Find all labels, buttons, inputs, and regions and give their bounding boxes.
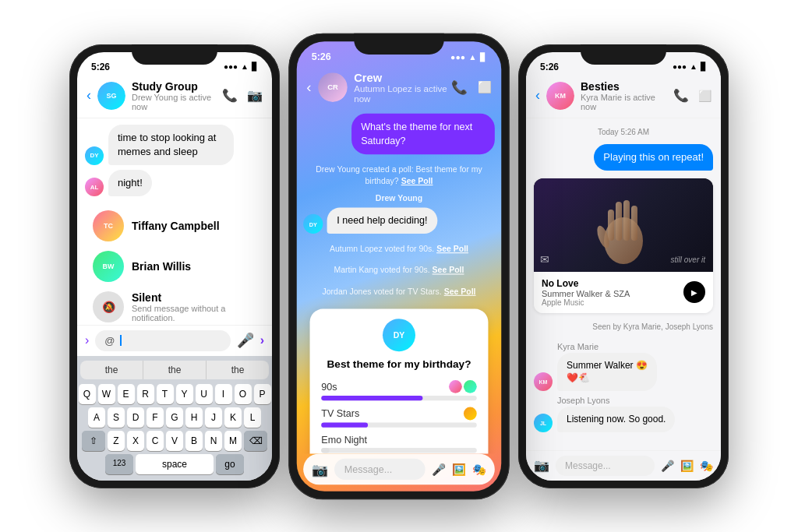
chat-content-2: What's the theme for next Saturday? Drew… xyxy=(297,110,502,453)
key-g[interactable]: G xyxy=(166,407,183,428)
drew-avatar: DY xyxy=(303,214,323,234)
option-text-tvstars: TV Stars xyxy=(321,407,359,419)
chat-sub-3: Kyra Marie is active now xyxy=(581,93,673,111)
input-field-3[interactable]: Message... xyxy=(556,456,655,476)
contact-name-tiffany: Tiffany Campbell xyxy=(132,220,220,232)
key-x[interactable]: X xyxy=(127,431,144,451)
poll-bar-fill-90s xyxy=(321,396,422,400)
voter-avatar-2 xyxy=(464,380,477,393)
header-actions-1: 📞 📷 xyxy=(222,88,263,103)
key-e[interactable]: E xyxy=(118,384,135,404)
suggest-2[interactable]: the xyxy=(143,361,207,379)
contact-brian[interactable]: BW Brian Willis xyxy=(85,246,264,287)
vote-msg-1: Autumn Lopez voted for 90s. See Poll xyxy=(303,244,495,255)
gif-icon-2[interactable]: 🖼️ xyxy=(452,463,466,476)
msg-row-2: AL night! xyxy=(85,170,264,196)
video-icon-3[interactable]: ⬜ xyxy=(698,90,711,102)
key-i[interactable]: I xyxy=(215,384,232,404)
key-b[interactable]: B xyxy=(185,431,203,451)
key-n[interactable]: N xyxy=(205,431,222,451)
key-s[interactable]: S xyxy=(108,407,125,428)
key-t[interactable]: T xyxy=(157,384,174,404)
send-icon-1[interactable]: › xyxy=(260,333,264,347)
input-field-1[interactable]: @ xyxy=(95,330,230,351)
drew-label: Drew Young xyxy=(303,193,495,203)
sticker-icon-3[interactable]: 🎭 xyxy=(700,460,713,472)
music-play-button[interactable]: ▶ xyxy=(683,281,705,303)
inbound-avatar-joseph: JL xyxy=(534,414,553,432)
key-backspace[interactable]: ⌫ xyxy=(244,431,267,451)
camera-icon-2[interactable]: 📷 xyxy=(312,461,328,477)
back-arrow-1[interactable]: ‹ xyxy=(87,87,91,104)
outbound-msg-row: Playing this on repeat! xyxy=(534,144,713,171)
poll-option-90s[interactable]: 90s xyxy=(321,380,477,400)
phone-1: 5:26 ●●● ▲ ▊ ‹ SG Study Group Drew Young… xyxy=(69,44,280,488)
contact-avatar-brian: BW xyxy=(93,251,124,282)
key-u[interactable]: U xyxy=(196,384,213,404)
key-a[interactable]: A xyxy=(88,407,105,428)
contact-silent[interactable]: 🔕 Silent Send message without a notifica… xyxy=(85,287,264,324)
mic-icon-3[interactable]: 🎤 xyxy=(661,460,674,472)
key-space[interactable]: space xyxy=(136,454,214,474)
poll-bar-track-emonight xyxy=(321,448,477,453)
suggest-3[interactable]: the xyxy=(207,361,269,379)
poll-bar-fill-tvstars xyxy=(321,422,368,427)
contact-tiffany[interactable]: TC Tiffany Campbell xyxy=(85,206,264,246)
see-poll-link-3[interactable]: See Poll xyxy=(433,266,464,275)
chat-name-3: Besties xyxy=(581,80,673,93)
key-k[interactable]: K xyxy=(224,407,242,428)
key-l[interactable]: L xyxy=(244,407,261,428)
key-m[interactable]: M xyxy=(224,431,242,451)
poll-avatar-center: DY xyxy=(321,319,477,351)
key-shift[interactable]: ⇧ xyxy=(82,431,105,451)
key-c[interactable]: C xyxy=(147,431,164,451)
music-art: still over it ✉ xyxy=(534,178,713,272)
call-icon-2[interactable]: 📞 xyxy=(451,79,468,95)
gif-icon-3[interactable]: 🖼️ xyxy=(680,460,694,472)
key-z[interactable]: Z xyxy=(108,431,125,451)
call-icon-1[interactable]: 📞 xyxy=(222,88,238,103)
key-o[interactable]: O xyxy=(235,384,252,404)
key-j[interactable]: J xyxy=(205,407,222,428)
poll-option-tvstars[interactable]: TV Stars xyxy=(321,407,477,427)
status-time-1: 5:26 xyxy=(91,62,110,72)
see-poll-link-4[interactable]: See Poll xyxy=(444,287,476,296)
key-h[interactable]: H xyxy=(185,407,203,428)
back-arrow-2[interactable]: ‹ xyxy=(306,79,311,96)
back-arrow-3[interactable]: ‹ xyxy=(535,87,540,104)
key-w[interactable]: W xyxy=(98,384,115,404)
key-f[interactable]: F xyxy=(147,407,164,428)
signal-icon-3: ●●● xyxy=(673,62,687,71)
inbound-msg-1: KM Summer Walker 😍 ❤️🐔 xyxy=(534,353,713,392)
key-q[interactable]: Q xyxy=(79,384,96,404)
compose-icon-1[interactable]: › xyxy=(85,333,89,347)
contact-name-silent: Silent xyxy=(132,291,256,304)
drew-bubble-row: DY I need help deciding! xyxy=(303,206,495,233)
suggest-1[interactable]: the xyxy=(80,361,143,379)
see-poll-link-1[interactable]: See Poll xyxy=(401,176,433,185)
keyboard-row-3: ⇧ Z X C V B N M ⌫ xyxy=(80,431,269,451)
sticker-icon-2[interactable]: 🎭 xyxy=(473,463,487,476)
video-icon-2[interactable]: ⬜ xyxy=(478,80,492,93)
input-field-2[interactable]: Message... xyxy=(334,458,425,479)
poll-bar-fill-emonight xyxy=(321,448,329,453)
see-poll-link-2[interactable]: See Poll xyxy=(436,245,468,254)
video-icon-1[interactable]: 📷 xyxy=(247,88,263,103)
text-cursor xyxy=(120,335,122,346)
sys-msg-poll-created: Drew Young created a poll: Best theme fo… xyxy=(303,164,495,186)
camera-icon-3[interactable]: 📷 xyxy=(534,458,549,473)
music-text: No Love Summer Walker & SZA Apple Music xyxy=(542,278,630,307)
mic-icon-1[interactable]: 🎤 xyxy=(237,332,254,349)
poll-option-emonight[interactable]: Emo Night xyxy=(321,434,477,453)
key-r[interactable]: R xyxy=(137,384,154,404)
key-v[interactable]: V xyxy=(166,431,183,451)
key-y[interactable]: Y xyxy=(176,384,193,404)
placeholder-3: Message... xyxy=(565,460,611,471)
key-p[interactable]: P xyxy=(254,384,271,404)
call-icon-3[interactable]: 📞 xyxy=(673,88,689,103)
seen-label-3: Seen by Kyra Marie, Joseph Lyons xyxy=(534,322,713,331)
key-d[interactable]: D xyxy=(127,407,144,428)
key-go[interactable]: go xyxy=(216,454,244,474)
mic-icon-2[interactable]: 🎤 xyxy=(432,463,446,476)
key-123[interactable]: 123 xyxy=(105,454,133,474)
